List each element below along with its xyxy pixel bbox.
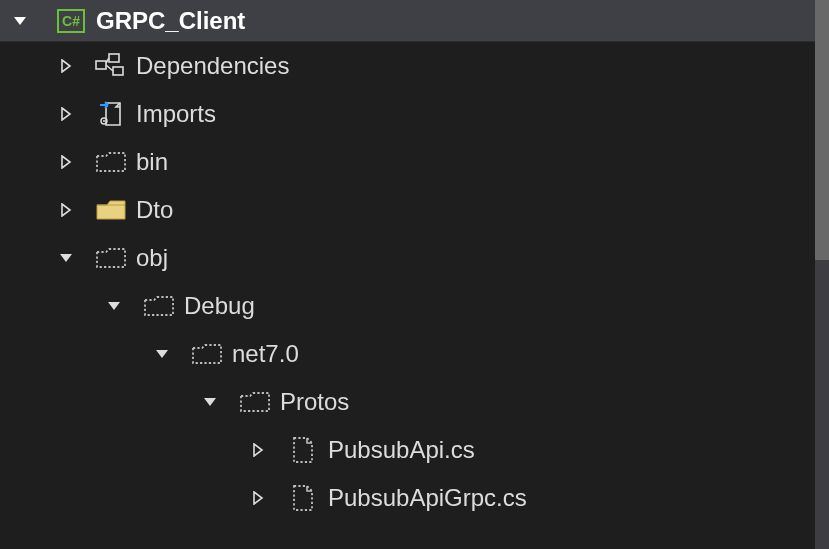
tree-item-bin[interactable]: bin	[0, 138, 829, 186]
tree-item-dto[interactable]: Dto	[0, 186, 829, 234]
chevron-down-icon	[200, 394, 220, 410]
hidden-folder-icon	[238, 390, 272, 414]
svg-text:C#: C#	[62, 13, 80, 29]
hidden-folder-icon	[142, 294, 176, 318]
tree-item-label: Dto	[136, 196, 173, 224]
chevron-right-icon	[56, 59, 76, 73]
tree-item-debug[interactable]: Debug	[0, 282, 829, 330]
tree-item-project[interactable]: C# GRPC_Client	[0, 0, 829, 42]
tree-item-label: net7.0	[232, 340, 299, 368]
chevron-down-icon	[56, 250, 76, 266]
solution-explorer-panel: C# GRPC_Client Dependencies	[0, 0, 829, 549]
hidden-file-icon	[286, 483, 320, 513]
tree-item-label: obj	[136, 244, 168, 272]
tree-item-label: bin	[136, 148, 168, 176]
svg-line-5	[106, 65, 113, 71]
svg-rect-4	[113, 67, 123, 75]
tree-item-obj[interactable]: obj	[0, 234, 829, 282]
hidden-folder-icon	[94, 246, 128, 270]
tree-item-label: Protos	[280, 388, 349, 416]
tree-item-label: PubsubApi.cs	[328, 436, 475, 464]
hidden-folder-icon	[190, 342, 224, 366]
chevron-down-icon	[104, 298, 124, 314]
tree-item-dependencies[interactable]: Dependencies	[0, 42, 829, 90]
svg-rect-3	[109, 54, 119, 62]
tree-item-protos[interactable]: Protos	[0, 378, 829, 426]
tree-item-net70[interactable]: net7.0	[0, 330, 829, 378]
chevron-right-icon	[56, 107, 76, 121]
tree-item-pubsubapi[interactable]: PubsubApi.cs	[0, 426, 829, 474]
project-label: GRPC_Client	[96, 7, 245, 35]
scrollbar-thumb[interactable]	[815, 0, 829, 260]
imports-icon	[94, 99, 128, 129]
tree-item-pubsubapigrpc[interactable]: PubsubApiGrpc.cs	[0, 474, 829, 522]
tree: C# GRPC_Client Dependencies	[0, 0, 829, 522]
chevron-right-icon	[56, 155, 76, 169]
tree-item-label: PubsubApiGrpc.cs	[328, 484, 527, 512]
tree-item-label: Imports	[136, 100, 216, 128]
vertical-scrollbar[interactable]	[815, 0, 829, 549]
chevron-right-icon	[248, 443, 268, 457]
csharp-project-icon: C#	[54, 6, 88, 36]
chevron-down-icon	[10, 13, 30, 29]
tree-item-imports[interactable]: Imports	[0, 90, 829, 138]
hidden-file-icon	[286, 435, 320, 465]
tree-item-label: Debug	[184, 292, 255, 320]
dependencies-icon	[94, 53, 128, 79]
svg-point-8	[103, 120, 105, 122]
hidden-folder-icon	[94, 150, 128, 174]
chevron-right-icon	[56, 203, 76, 217]
chevron-down-icon	[152, 346, 172, 362]
tree-item-label: Dependencies	[136, 52, 289, 80]
folder-icon	[94, 198, 128, 222]
svg-rect-2	[96, 61, 106, 69]
chevron-right-icon	[248, 491, 268, 505]
